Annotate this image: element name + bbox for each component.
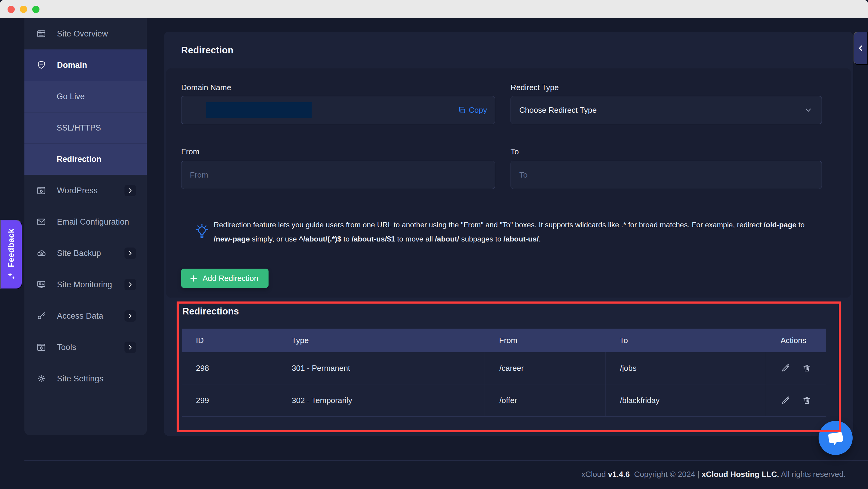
redirect-type-select[interactable]: Choose Redirect Type [510, 96, 822, 124]
sidebar-item-go-live[interactable]: Go Live [24, 81, 147, 112]
sidebar-item-label: Email Configuration [57, 217, 129, 227]
sidebar-item-site-backup[interactable]: Site Backup [24, 238, 147, 269]
cell-from: /offer [485, 385, 605, 416]
pencil-icon [781, 364, 790, 373]
add-redirection-label: Add Redirection [203, 274, 258, 283]
sidebar-item-site-overview[interactable]: Site Overview [24, 18, 147, 50]
column-header-to: To [605, 329, 765, 352]
to-input[interactable] [511, 161, 822, 189]
domain-submenu: Go Live SSL/HTTPS Redirection [24, 81, 147, 175]
plus-icon [190, 274, 198, 282]
domain-name-label: Domain Name [181, 83, 231, 92]
table-row: 299 302 - Temporarily /offer /blackfrida… [182, 385, 826, 417]
column-header-id: ID [182, 329, 277, 352]
redirect-type-value: Choose Redirect Type [519, 105, 597, 115]
cell-type: 302 - Temporarily [277, 385, 485, 416]
to-label: To [510, 147, 519, 156]
sidebar-item-label: Tools [57, 343, 76, 352]
sidebar-item-label: Site Settings [57, 374, 103, 384]
sidebar-item-ssl-https[interactable]: SSL/HTTPS [24, 112, 147, 144]
sidebar-collapse-tab[interactable] [854, 32, 868, 65]
domain-name-field[interactable]: Copy [181, 96, 495, 124]
sidebar-item-redirection[interactable]: Redirection [24, 144, 147, 175]
sidebar-item-access-data[interactable]: Access Data [24, 300, 147, 332]
column-header-type: Type [277, 329, 485, 352]
column-header-from: From [485, 329, 605, 352]
page-title: Redirection [181, 45, 234, 56]
cell-actions [765, 385, 826, 416]
footer-text: xCloud v1.4.6 Copyright © 2024 | xCloud … [581, 470, 846, 479]
chevron-left-icon [857, 44, 865, 52]
trash-icon [802, 396, 811, 405]
sidebar-item-label: Redirection [57, 155, 101, 164]
copy-domain-button[interactable]: Copy [458, 96, 487, 124]
cell-id: 299 [182, 385, 277, 416]
sidebar-item-label: WordPress [57, 186, 98, 195]
redirections-section-highlight: Redirections ID Type From To Actions 298… [177, 302, 841, 432]
sidebar-item-label: Domain [57, 61, 87, 70]
redirection-info-text: Redirection feature lets you guide users… [214, 218, 810, 246]
table-row: 298 301 - Permanent /career /jobs [182, 352, 826, 385]
cloud-icon [36, 248, 46, 258]
cell-id: 298 [182, 352, 277, 384]
sparkles-icon [7, 271, 16, 280]
sidebar-item-site-settings[interactable]: Site Settings [24, 363, 147, 394]
delete-redirection-button[interactable] [802, 363, 812, 373]
sidebar-item-label: Site Monitoring [57, 280, 112, 289]
redirections-table: ID Type From To Actions 298 301 - Perman… [182, 329, 826, 417]
redirection-page-card: Redirection Domain Name Copy Redirect Ty… [164, 32, 853, 436]
feedback-label: Feedback [7, 228, 16, 267]
table-header-row: ID Type From To Actions [182, 329, 826, 352]
redirections-title: Redirections [182, 306, 239, 317]
cell-type: 301 - Permanent [277, 352, 485, 384]
sidebar-item-label: Go Live [57, 92, 85, 101]
envelope-icon [36, 217, 46, 227]
pencil-icon [781, 396, 790, 405]
browser-window-icon [36, 29, 46, 39]
key-icon [36, 311, 46, 321]
app-window: Site Overview Domain Go Live SSL/HTTPS R… [0, 0, 868, 489]
chevron-right-icon [124, 279, 136, 290]
edit-redirection-button[interactable] [781, 396, 790, 405]
minimize-window-button[interactable] [20, 6, 27, 13]
sidebar-item-domain[interactable]: Domain [24, 50, 147, 81]
chevron-right-icon [124, 310, 136, 322]
cell-from: /career [485, 352, 605, 384]
footer-divider [24, 460, 868, 461]
copy-icon [458, 106, 466, 114]
sidebar-item-tools[interactable]: Tools [24, 332, 147, 363]
redirect-type-label: Redirect Type [510, 83, 559, 92]
delete-redirection-button[interactable] [802, 396, 812, 405]
sidebar-item-label: Site Backup [57, 249, 101, 258]
gear-icon [36, 374, 46, 384]
browser-gear-icon [36, 186, 46, 195]
chevron-down-icon [804, 106, 812, 114]
monitor-icon [36, 280, 46, 289]
trash-icon [802, 364, 811, 373]
sidebar-item-label: Access Data [57, 311, 103, 321]
cell-actions [765, 352, 826, 384]
maximize-window-button[interactable] [32, 6, 39, 13]
from-label: From [181, 147, 199, 156]
sidebar-item-email-configuration[interactable]: Email Configuration [24, 206, 147, 238]
browser-gear-icon [36, 342, 46, 352]
sidebar-item-label: SSL/HTTPS [57, 123, 101, 133]
chevron-right-icon [124, 342, 136, 353]
feedback-button[interactable]: Feedback [0, 220, 22, 289]
add-redirection-button[interactable]: Add Redirection [181, 269, 269, 288]
domain-value-redacted [206, 102, 312, 118]
window-titlebar [0, 0, 868, 18]
sidebar-item-site-monitoring[interactable]: Site Monitoring [24, 269, 147, 300]
copy-label: Copy [469, 105, 487, 115]
redirection-form-panel: Domain Name Copy Redirect Type Choose Re… [166, 68, 851, 298]
sidebar-item-label: Site Overview [57, 29, 108, 39]
close-window-button[interactable] [7, 6, 15, 13]
to-field [510, 161, 822, 189]
sidebar: Site Overview Domain Go Live SSL/HTTPS R… [24, 18, 147, 435]
sidebar-item-wordpress[interactable]: WordPress [24, 175, 147, 206]
lightbulb-icon [194, 223, 210, 242]
cell-to: /jobs [605, 352, 765, 384]
shield-icon [36, 60, 46, 70]
from-input[interactable] [181, 161, 495, 189]
edit-redirection-button[interactable] [781, 363, 790, 373]
